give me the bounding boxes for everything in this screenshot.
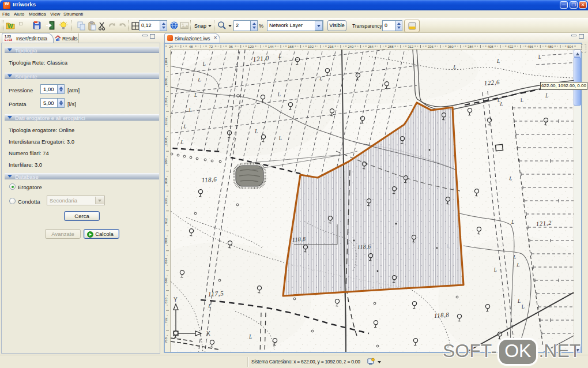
- svg-text:W: W: [7, 23, 13, 29]
